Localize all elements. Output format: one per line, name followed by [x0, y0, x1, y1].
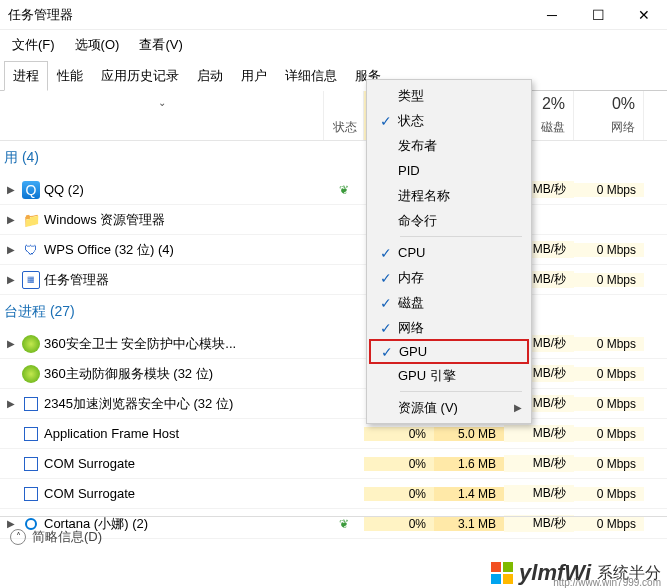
process-name-label: 2345加速浏览器安全中心 (32 位)	[44, 395, 233, 413]
menu-separator	[400, 391, 522, 392]
process-network-cell: 0 Mbps	[574, 397, 644, 411]
check-icon: ✓	[374, 245, 398, 261]
process-group-header: 用 (4)	[0, 141, 667, 175]
process-row[interactable]: 360主动防御服务模块 (32 位)MB/秒0 Mbps	[0, 359, 667, 389]
process-row[interactable]: ▶360安全卫士 安全防护中心模块...MB/秒0 Mbps	[0, 329, 667, 359]
process-network-cell: 0 Mbps	[574, 273, 644, 287]
generic-app-icon	[22, 485, 40, 503]
tab-users[interactable]: 用户	[232, 61, 276, 91]
expand-icon[interactable]: ▶	[4, 184, 18, 195]
360-icon	[22, 335, 40, 353]
process-row[interactable]: ▶2345加速浏览器安全中心 (32 位)MB/秒0 Mbps	[0, 389, 667, 419]
context-menu-label: 磁盘	[398, 294, 522, 312]
expand-icon[interactable]: ▶	[4, 274, 18, 285]
process-name-label: Windows 资源管理器	[44, 211, 165, 229]
tab-processes[interactable]: 进程	[4, 61, 48, 91]
process-memory-cell: 5.0 MB	[434, 427, 504, 441]
chevron-up-icon: ˄	[10, 529, 26, 545]
task-manager-icon: ▦	[22, 271, 40, 289]
expand-icon[interactable]: ▶	[4, 398, 18, 409]
context-menu-item[interactable]: ✓网络	[370, 315, 528, 340]
context-menu-item[interactable]: GPU 引擎	[370, 363, 528, 388]
check-icon: ✓	[374, 113, 398, 129]
generic-app-icon	[22, 395, 40, 413]
context-menu-item[interactable]: ✓GPU	[369, 339, 529, 364]
process-group-header: 台进程 (27)	[0, 295, 667, 329]
fewer-details-link[interactable]: ˄ 简略信息(D)	[10, 528, 102, 546]
chevron-down-icon: ⌄	[158, 97, 166, 108]
maximize-button[interactable]: ☐	[575, 0, 621, 30]
context-menu-item[interactable]: 命令行	[370, 208, 528, 233]
context-menu-label: GPU 引擎	[398, 367, 522, 385]
process-row[interactable]: Application Frame Host0%5.0 MBMB/秒0 Mbps	[0, 419, 667, 449]
process-disk-cell: MB/秒	[504, 485, 574, 502]
context-menu-label: 内存	[398, 269, 522, 287]
title-bar: 任务管理器 ─ ☐ ✕	[0, 0, 667, 30]
column-header-network[interactable]: 0% 网络	[574, 91, 644, 140]
expand-icon[interactable]: ▶	[4, 338, 18, 349]
process-name-label: 360安全卫士 安全防护中心模块...	[44, 335, 236, 353]
process-cpu-cell: 0%	[364, 487, 434, 501]
context-menu-label: 资源值 (V)	[398, 399, 514, 417]
tab-strip: 进程 性能 应用历史记录 启动 用户 详细信息 服务	[0, 60, 667, 91]
process-name-label: COM Surrogate	[44, 486, 135, 501]
process-network-cell: 0 Mbps	[574, 367, 644, 381]
context-menu-label: 发布者	[398, 137, 522, 155]
process-cpu-cell: 0%	[364, 457, 434, 471]
process-network-cell: 0 Mbps	[574, 487, 644, 501]
tab-app-history[interactable]: 应用历史记录	[92, 61, 188, 91]
column-header-status-label: 状态	[333, 119, 357, 136]
context-menu-item[interactable]: 发布者	[370, 133, 528, 158]
expand-icon[interactable]: ▶	[4, 214, 18, 225]
tab-performance[interactable]: 性能	[48, 61, 92, 91]
window-title: 任务管理器	[8, 6, 529, 24]
menu-options[interactable]: 选项(O)	[71, 34, 124, 56]
menu-file[interactable]: 文件(F)	[8, 34, 59, 56]
process-name-label: WPS Office (32 位) (4)	[44, 241, 174, 259]
check-icon: ✓	[374, 320, 398, 336]
process-row[interactable]: ▶QQQ (2)❦MB/秒0 Mbps	[0, 175, 667, 205]
context-menu-item[interactable]: ✓内存	[370, 265, 528, 290]
context-menu-item[interactable]: ✓CPU	[370, 240, 528, 265]
process-row[interactable]: ▶📁Windows 资源管理器	[0, 205, 667, 235]
submenu-arrow-icon: ▶	[514, 402, 522, 413]
context-menu-item[interactable]: ✓状态	[370, 108, 528, 133]
network-label: 网络	[611, 119, 635, 136]
process-disk-cell: MB/秒	[504, 455, 574, 472]
context-menu-item[interactable]: 进程名称	[370, 183, 528, 208]
tab-details[interactable]: 详细信息	[276, 61, 346, 91]
menu-view[interactable]: 查看(V)	[135, 34, 186, 56]
process-network-cell: 0 Mbps	[574, 243, 644, 257]
column-header-name[interactable]: ⌄	[0, 91, 324, 140]
generic-app-icon	[22, 425, 40, 443]
process-memory-cell: 1.4 MB	[434, 487, 504, 501]
context-menu-item[interactable]: 资源值 (V)▶	[370, 395, 528, 420]
context-menu-label: GPU	[399, 344, 521, 359]
network-percent: 0%	[612, 95, 635, 113]
shield-icon: 🛡	[22, 241, 40, 259]
process-name-label: QQ (2)	[44, 182, 84, 197]
tab-startup[interactable]: 启动	[188, 61, 232, 91]
context-menu-item[interactable]: ✓磁盘	[370, 290, 528, 315]
windows-logo-icon	[491, 562, 513, 584]
expand-icon[interactable]: ▶	[4, 244, 18, 255]
process-row[interactable]: ▶▦任务管理器MB/秒0 Mbps	[0, 265, 667, 295]
check-icon: ✓	[374, 270, 398, 286]
close-button[interactable]: ✕	[621, 0, 667, 30]
process-row[interactable]: ▶🛡WPS Office (32 位) (4)MB/秒0 Mbps	[0, 235, 667, 265]
process-name-label: COM Surrogate	[44, 456, 135, 471]
context-menu-label: 命令行	[398, 212, 522, 230]
process-name-label: Application Frame Host	[44, 426, 179, 441]
process-network-cell: 0 Mbps	[574, 427, 644, 441]
folder-icon: 📁	[22, 211, 40, 229]
context-menu-item[interactable]: 类型	[370, 83, 528, 108]
menu-bar: 文件(F) 选项(O) 查看(V)	[0, 30, 667, 60]
process-row[interactable]: COM Surrogate0%1.4 MBMB/秒0 Mbps	[0, 479, 667, 509]
process-row[interactable]: COM Surrogate0%1.6 MBMB/秒0 Mbps	[0, 449, 667, 479]
minimize-button[interactable]: ─	[529, 0, 575, 30]
column-header-row: ⌄ 状态 9% 60% 2% 磁盘 0% 网络	[0, 91, 667, 141]
context-menu-item[interactable]: PID	[370, 158, 528, 183]
column-header-status[interactable]: 状态	[324, 91, 364, 140]
360-icon	[22, 365, 40, 383]
process-status-cell: ❦	[324, 183, 364, 197]
